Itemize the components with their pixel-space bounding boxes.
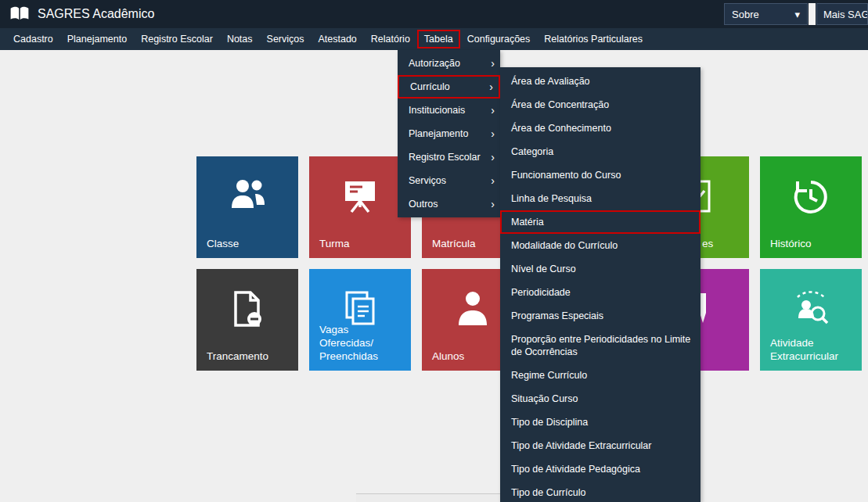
mais-sagres-button[interactable]: Mais SAGRES bbox=[816, 3, 868, 25]
document-minus-icon bbox=[229, 289, 265, 332]
submenu-item-nivel-de-curso[interactable]: Nível de Curso bbox=[500, 257, 701, 281]
tile-label: Histórico bbox=[770, 238, 812, 251]
menubar-item-configuracoes[interactable]: Configurações bbox=[460, 30, 538, 48]
menubar-item-planejamento[interactable]: Planejamento bbox=[60, 30, 134, 48]
tile-label: Vagas Oferecidas/ Preenchidas bbox=[319, 324, 405, 364]
mais-sagres-label: Mais SAGRES bbox=[823, 9, 868, 20]
tabela-dropdown-menu: Autorização›Currículo›Institucionais›Pla… bbox=[398, 50, 500, 217]
tile-label: Trancamento bbox=[207, 350, 268, 364]
dropdown-item-curriculo[interactable]: Currículo› bbox=[398, 75, 500, 99]
menubar-item-registro-escolar[interactable]: Registro Escolar bbox=[134, 30, 220, 48]
person-icon bbox=[456, 289, 490, 330]
presentation-icon bbox=[340, 177, 380, 217]
submenu-item-area-de-avaliacao[interactable]: Área de Avaliação bbox=[500, 70, 701, 93]
submenu-item-linha-de-pesquisa[interactable]: Linha de Pesquisa bbox=[500, 187, 701, 210]
sobre-dropdown-button[interactable]: Sobre ▾ bbox=[724, 3, 808, 25]
dropdown-item-institucionais[interactable]: Institucionais› bbox=[398, 99, 500, 122]
tile-label: Matrícula bbox=[432, 238, 476, 251]
activity-search-icon bbox=[790, 289, 832, 332]
dropdown-item-label: Planejamento bbox=[409, 128, 468, 139]
tile-label: Alunos bbox=[432, 350, 464, 364]
dropdown-item-label: Registro Escolar bbox=[409, 152, 481, 163]
submenu-item-tipo-de-disciplina[interactable]: Tipo de Disciplina bbox=[500, 411, 701, 434]
dropdown-item-registro-escolar[interactable]: Registro Escolar› bbox=[398, 145, 500, 169]
menubar-item-servicos[interactable]: Serviços bbox=[260, 30, 312, 48]
menubar-item-relatorio[interactable]: Relatório bbox=[364, 30, 417, 48]
dropdown-item-autorizacao[interactable]: Autorização› bbox=[398, 52, 500, 75]
submenu-item-programas-especiais[interactable]: Programas Especiais bbox=[500, 304, 701, 328]
tile-trancamento[interactable]: Trancamento bbox=[196, 269, 298, 371]
tile-label: Atividade Extracurricular bbox=[770, 337, 856, 364]
tile-label: Turma bbox=[319, 238, 350, 251]
dropdown-item-servicos[interactable]: Serviços› bbox=[398, 169, 500, 192]
submenu-item-materia[interactable]: Matéria bbox=[500, 210, 701, 234]
chevron-right-icon: › bbox=[491, 169, 495, 192]
dropdown-item-label: Outros bbox=[409, 199, 438, 210]
menubar-item-cadastro[interactable]: Cadastro bbox=[6, 30, 60, 48]
submenu-item-periodicidade[interactable]: Periodicidade bbox=[500, 281, 701, 304]
chevron-right-icon: › bbox=[491, 99, 495, 122]
dropdown-item-outros[interactable]: Outros› bbox=[398, 192, 500, 216]
chevron-down-icon: ▾ bbox=[794, 9, 800, 20]
dropdown-item-label: Currículo bbox=[410, 81, 450, 92]
chevron-right-icon: › bbox=[491, 192, 495, 216]
tile-classe[interactable]: Classe bbox=[196, 156, 298, 258]
main-menu-bar: CadastroPlanejamentoRegistro EscolarNota… bbox=[0, 28, 868, 50]
menubar-item-atestado[interactable]: Atestado bbox=[311, 30, 363, 48]
topbar-separator bbox=[809, 3, 816, 25]
dropdown-item-label: Autorização bbox=[409, 58, 460, 69]
chevron-right-icon: › bbox=[491, 145, 495, 169]
chevron-right-icon: › bbox=[491, 52, 495, 75]
dropdown-item-label: Institucionais bbox=[409, 105, 465, 116]
submenu-item-categoria[interactable]: Categoria bbox=[500, 140, 701, 163]
menubar-item-notas[interactable]: Notas bbox=[220, 30, 260, 48]
sagres-logo-book-icon bbox=[9, 5, 30, 23]
sobre-label: Sobre bbox=[732, 9, 759, 20]
submenu-item-modalidade-do-curriculo[interactable]: Modalidade do Currículo bbox=[500, 234, 701, 257]
tile-historico[interactable]: Histórico bbox=[760, 156, 862, 258]
submenu-item-proporcao-entre-periodicidades-no-limite-de-ocorrencias[interactable]: Proporção entre Periodicidades no Limite… bbox=[500, 328, 701, 364]
chevron-right-icon: › bbox=[491, 122, 495, 145]
tile-label: es bbox=[702, 238, 713, 251]
submenu-item-funcionamento-do-curso[interactable]: Funcionamento do Curso bbox=[500, 163, 701, 187]
submenu-item-tipo-de-atividade-extracurricular[interactable]: Tipo de Atividade Extracurricular bbox=[500, 434, 701, 457]
menubar-item-relatorios-particulares[interactable]: Relatórios Particulares bbox=[537, 30, 650, 48]
people-icon bbox=[227, 177, 268, 214]
chevron-right-icon: › bbox=[489, 77, 493, 97]
tile-atividade-extracurricular[interactable]: Atividade Extracurricular bbox=[760, 269, 862, 371]
tile-label: Classe bbox=[207, 238, 239, 251]
tile-turma[interactable]: Turma bbox=[309, 156, 411, 258]
tile-vagas-oferecidas-preenchidas[interactable]: Vagas Oferecidas/ Preenchidas bbox=[309, 269, 411, 371]
curriculo-submenu: Área de AvaliaçãoÁrea de ConcentraçãoÁre… bbox=[500, 67, 701, 502]
submenu-item-tipo-de-atividade-pedagogica[interactable]: Tipo de Atividade Pedagógica bbox=[500, 457, 701, 481]
top-bar: SAGRES Acadêmico Sobre ▾ Mais SAGRES bbox=[0, 0, 868, 28]
app-title: SAGRES Acadêmico bbox=[38, 7, 154, 21]
menubar-item-tabela[interactable]: Tabela bbox=[417, 30, 460, 48]
submenu-item-situacao-curso[interactable]: Situação Curso bbox=[500, 387, 701, 411]
submenu-item-tipo-de-curriculo[interactable]: Tipo de Currículo bbox=[500, 481, 701, 502]
submenu-item-area-de-concentracao[interactable]: Área de Concentração bbox=[500, 93, 701, 117]
dropdown-item-label: Serviços bbox=[409, 175, 446, 186]
submenu-item-regime-curriculo[interactable]: Regime Currículo bbox=[500, 364, 701, 387]
history-icon bbox=[791, 177, 831, 221]
submenu-item-area-de-conhecimento[interactable]: Área de Conhecimento bbox=[500, 117, 701, 140]
dropdown-item-planejamento[interactable]: Planejamento› bbox=[398, 122, 500, 145]
